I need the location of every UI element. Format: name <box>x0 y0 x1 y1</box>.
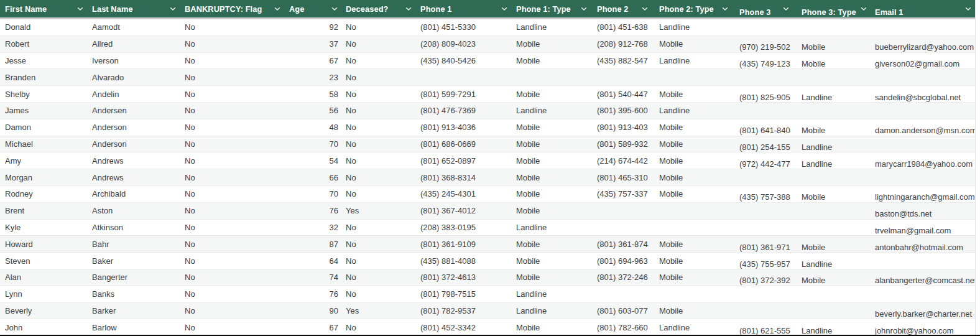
table-row[interactable]: BrandenAlvaradoNo23No <box>0 69 975 86</box>
table-row[interactable]: MorganAndrewsNo66No(801) 368-8314Mobile(… <box>0 169 975 186</box>
column-header-first-name[interactable]: First Name <box>0 0 87 17</box>
chevron-down-icon[interactable] <box>722 7 728 11</box>
cell-deceased: No <box>341 86 415 102</box>
column-header-label: Deceased? <box>346 4 388 14</box>
cell-email1 <box>871 103 975 119</box>
column-header-phone2[interactable]: Phone 2 <box>591 0 652 17</box>
cell-phone2-type: Mobile <box>652 253 732 269</box>
cell-age: 66 <box>284 169 341 185</box>
cell-email1: lightningaranch@gmail.com <box>871 186 975 202</box>
cell-first-name: Jesse <box>0 53 87 69</box>
chevron-down-icon[interactable] <box>642 7 648 11</box>
chevron-down-icon[interactable] <box>170 7 176 11</box>
cell-phone2-type: Mobile <box>652 186 732 202</box>
column-header-phone3[interactable]: Phone 3 <box>732 0 793 17</box>
cell-phone1-type: Mobile <box>511 136 591 152</box>
chevron-down-icon[interactable] <box>965 7 971 11</box>
column-header-phone2-type[interactable]: Phone 2: Type <box>652 0 732 17</box>
cell-last-name: Andrews <box>87 152 180 169</box>
cell-phone1: (801) 367-4012 <box>415 203 511 219</box>
column-header-bankruptcy-flag[interactable]: BANKRUPTCY: Flag <box>180 0 284 17</box>
data-grid: First NameLast NameBANKRUPTCY: FlagAgeDe… <box>0 0 980 336</box>
cell-phone3: (801) 641-840 <box>732 119 793 136</box>
cell-phone3-type <box>793 303 871 319</box>
cell-first-name: Beverly <box>0 303 87 319</box>
cell-age: 70 <box>284 136 341 152</box>
cell-age: 58 <box>284 86 341 102</box>
column-header-last-name[interactable]: Last Name <box>87 0 180 17</box>
cell-age: 67 <box>284 53 341 69</box>
table-row[interactable]: AmyAndrewsNo54No(801) 652-0897Mobile(214… <box>0 152 975 169</box>
cell-phone3: (801) 825-905 <box>732 86 793 102</box>
table-row[interactable]: DamonAndersonNo48No(801) 913-4036Mobile(… <box>0 119 975 136</box>
vertical-scrollbar[interactable] <box>975 0 980 336</box>
cell-first-name: Lynn <box>0 286 87 302</box>
table-row[interactable]: BrentAstonNo76Yes(801) 367-4012Mobilebas… <box>0 203 975 220</box>
column-header-phone1-type[interactable]: Phone 1: Type <box>511 0 591 17</box>
cell-deceased: No <box>341 19 415 35</box>
cell-phone2-type: Landline <box>652 19 732 35</box>
chevron-down-icon[interactable] <box>77 7 83 11</box>
table-row[interactable]: JohnBarlowNo67No(801) 452-3342Mobile(801… <box>0 319 975 336</box>
cell-last-name: Archibald <box>87 186 180 202</box>
column-header-label: Email 1 <box>875 7 904 17</box>
column-header-label: First Name <box>5 4 47 14</box>
cell-phone1-type: Mobile <box>511 186 591 202</box>
cell-bankruptcy-flag: No <box>180 69 284 85</box>
cell-age: 37 <box>284 36 341 52</box>
cell-phone3-type: Mobile <box>793 236 871 252</box>
cell-deceased: No <box>341 136 415 152</box>
cell-phone2-type: Mobile <box>652 236 732 252</box>
cell-age: 23 <box>284 69 341 85</box>
cell-deceased: No <box>341 286 415 302</box>
cell-phone3-type: Mobile <box>793 186 871 202</box>
column-header-deceased[interactable]: Deceased? <box>341 0 415 17</box>
table-row[interactable]: DonaldAamodtNo92No(801) 451-5330Landline… <box>0 19 975 36</box>
chevron-down-icon[interactable] <box>501 7 507 11</box>
cell-email1: marycarr1984@yahoo.com <box>871 152 975 169</box>
table-row[interactable]: BeverlyBarkerNo90Yes(801) 782-9537Landli… <box>0 303 975 320</box>
chevron-down-icon[interactable] <box>331 7 338 11</box>
table-row[interactable]: StevenBakerNo64No(435) 881-4088Mobile(80… <box>0 253 975 269</box>
cell-last-name: Barlow <box>87 319 180 335</box>
cell-deceased: No <box>341 152 415 169</box>
table-row[interactable]: HowardBahrNo87No(801) 361-9109Mobile(801… <box>0 236 975 253</box>
cell-phone1-type: Mobile <box>511 36 591 52</box>
chevron-down-icon[interactable] <box>861 7 867 11</box>
cell-deceased: No <box>341 269 415 286</box>
cell-first-name: Donald <box>0 19 87 35</box>
table-row[interactable]: ShelbyAndelinNo58No(801) 599-7291Mobile(… <box>0 86 975 103</box>
cell-phone3 <box>732 69 793 85</box>
table-row[interactable]: KyleAtkinsonNo32No(208) 383-0195Landline… <box>0 220 975 236</box>
chevron-down-icon[interactable] <box>783 7 789 11</box>
column-header-phone1[interactable]: Phone 1 <box>415 0 511 17</box>
table-row[interactable]: JamesAndersenNo56No(801) 476-7369Landlin… <box>0 103 975 119</box>
table-row[interactable]: MichaelAndersonNo70No(801) 686-0669Mobil… <box>0 136 975 153</box>
cell-phone2 <box>591 203 652 219</box>
column-header-email1[interactable]: Email 1 <box>871 0 975 17</box>
cell-phone1-type: Mobile <box>511 236 591 252</box>
cell-phone2: (801) 540-447 <box>591 86 652 102</box>
column-header-age[interactable]: Age <box>284 0 341 17</box>
cell-phone2 <box>591 220 652 236</box>
cell-bankruptcy-flag: No <box>180 220 284 236</box>
cell-phone2: (435) 757-337 <box>591 186 652 202</box>
table-row[interactable]: AlanBangerterNo74No(801) 372-4613Mobile(… <box>0 269 975 286</box>
cell-phone2: (801) 395-600 <box>591 103 652 119</box>
table-body: DonaldAamodtNo92No(801) 451-5330Landline… <box>0 19 975 336</box>
column-header-label: Phone 3: Type <box>802 7 856 17</box>
chevron-down-icon[interactable] <box>405 7 412 11</box>
table-row[interactable]: JesseIversonNo67No(435) 840-5426Mobile(4… <box>0 53 975 70</box>
cell-phone3-type: Landline <box>793 86 871 102</box>
chevron-down-icon[interactable] <box>581 7 587 11</box>
table-row[interactable]: LynnBanksNo76No(801) 798-7515Landline <box>0 286 975 303</box>
cell-bankruptcy-flag: No <box>180 203 284 219</box>
table-row[interactable]: RodneyArchibaldNo70No(435) 245-4301Mobil… <box>0 186 975 203</box>
cell-phone3 <box>732 103 793 119</box>
cell-email1 <box>871 253 975 269</box>
cell-phone1: (435) 881-4088 <box>415 253 511 269</box>
table-row[interactable]: RobertAllredNo37No(208) 809-4023Mobile(2… <box>0 36 975 53</box>
cell-email1 <box>871 19 975 35</box>
column-header-phone3-type[interactable]: Phone 3: Type <box>793 0 871 17</box>
chevron-down-icon[interactable] <box>274 7 280 11</box>
